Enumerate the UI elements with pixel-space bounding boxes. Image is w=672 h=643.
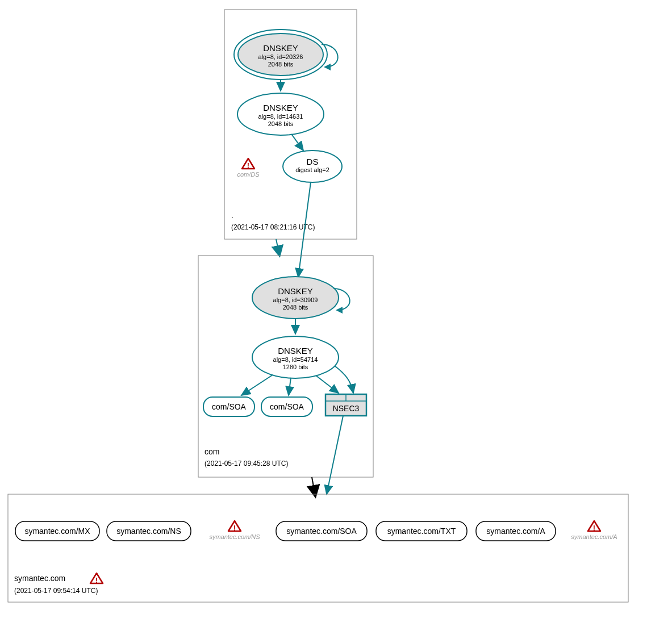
svg-text:alg=8, id=30909: alg=8, id=30909 <box>273 297 318 303</box>
svg-text:symantec.com/NS: symantec.com/NS <box>116 527 181 536</box>
svg-text:alg=8, id=54714: alg=8, id=54714 <box>273 356 318 363</box>
svg-text:DNSKEY: DNSKEY <box>278 346 313 356</box>
svg-text:symantec.com/SOA: symantec.com/SOA <box>286 527 357 536</box>
svg-text:alg=8, id=14631: alg=8, id=14631 <box>258 113 303 120</box>
edge-nsec3-to-symantec <box>327 416 343 494</box>
leaf-ns: symantec.com/NS <box>107 521 191 541</box>
svg-text:com/SOA: com/SOA <box>270 402 304 411</box>
svg-text:digest alg=2: digest alg=2 <box>295 166 329 173</box>
svg-text:symantec.com/A: symantec.com/A <box>486 527 545 536</box>
node-root-ds: DS digest alg=2 <box>283 151 342 182</box>
svg-text:2048 bits: 2048 bits <box>283 304 308 311</box>
node-com-soa-1: com/SOA <box>203 397 254 416</box>
node-root-zsk: DNSKEY alg=8, id=14631 2048 bits <box>237 93 324 135</box>
warning-zone-symantec: ! <box>90 573 103 584</box>
svg-text:symantec.com/TXT: symantec.com/TXT <box>387 527 456 536</box>
svg-text:alg=8, id=20326: alg=8, id=20326 <box>258 53 303 60</box>
svg-text:(2021-05-17 09:54:14 UTC): (2021-05-17 09:54:14 UTC) <box>14 587 98 595</box>
svg-rect-36 <box>8 494 628 602</box>
node-com-ksk: DNSKEY alg=8, id=30909 2048 bits <box>252 277 339 319</box>
svg-text:(2021-05-17 09:45:28 UTC): (2021-05-17 09:45:28 UTC) <box>204 460 288 467</box>
warning-sym-a: ! symantec.com/A <box>571 521 617 540</box>
node-root-ksk: DNSKEY alg=8, id=20326 2048 bits <box>234 30 327 80</box>
svg-text:symantec.com/NS: symantec.com/NS <box>209 533 260 540</box>
svg-text:com/DS: com/DS <box>237 171 260 178</box>
svg-text:DNSKEY: DNSKEY <box>263 43 298 53</box>
node-com-zsk: DNSKEY alg=8, id=54714 1280 bits <box>252 336 339 378</box>
svg-text:1280 bits: 1280 bits <box>283 364 308 370</box>
svg-text:DNSKEY: DNSKEY <box>263 103 298 112</box>
svg-text:symantec.com/A: symantec.com/A <box>571 533 617 540</box>
warning-sym-ns: ! symantec.com/NS <box>209 521 260 540</box>
zone-com: DNSKEY alg=8, id=30909 2048 bits DNSKEY … <box>198 256 373 477</box>
svg-text:!: ! <box>593 524 595 532</box>
edge-com-to-symantec <box>312 477 314 490</box>
leaf-mx: symantec.com/MX <box>15 521 99 541</box>
svg-text:DS: DS <box>307 157 319 166</box>
svg-text:NSEC3: NSEC3 <box>333 404 360 413</box>
svg-text:com/SOA: com/SOA <box>212 402 247 411</box>
svg-text:!: ! <box>247 161 249 170</box>
svg-text:!: ! <box>95 576 98 584</box>
node-nsec3: NSEC3 <box>325 394 366 416</box>
svg-text:2048 bits: 2048 bits <box>268 120 294 127</box>
dnssec-diagram: DNSKEY alg=8, id=20326 2048 bits DNSKEY … <box>0 0 672 643</box>
zone-symantec: symantec.com/MX symantec.com/NS ! symant… <box>8 494 628 602</box>
svg-text:.: . <box>231 211 233 220</box>
leaf-soa: symantec.com/SOA <box>276 521 367 541</box>
node-com-soa-2: com/SOA <box>261 397 312 416</box>
svg-text:symantec.com: symantec.com <box>14 574 65 583</box>
leaf-a: symantec.com/A <box>476 521 556 541</box>
svg-text:!: ! <box>233 524 236 532</box>
svg-text:DNSKEY: DNSKEY <box>278 286 313 296</box>
svg-text:symantec.com/MX: symantec.com/MX <box>24 527 90 536</box>
svg-text:com: com <box>204 447 219 456</box>
warning-com-ds: ! com/DS <box>237 158 260 178</box>
svg-text:(2021-05-17 08:21:16 UTC): (2021-05-17 08:21:16 UTC) <box>231 223 315 231</box>
svg-text:2048 bits: 2048 bits <box>268 61 294 68</box>
zone-root: DNSKEY alg=8, id=20326 2048 bits DNSKEY … <box>224 10 357 239</box>
edge-root-to-com <box>276 239 278 250</box>
leaf-txt: symantec.com/TXT <box>376 521 467 541</box>
